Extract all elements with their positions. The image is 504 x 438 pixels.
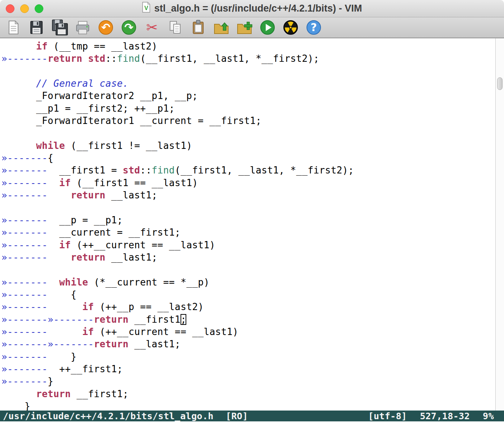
open-file-icon xyxy=(4,18,22,36)
cursor-position: 527,18-32 xyxy=(420,411,470,421)
code-segment: »------- xyxy=(1,289,48,300)
code-segment: return xyxy=(94,339,129,349)
code-segment: } xyxy=(1,401,30,411)
code-line: »------- while (*__current == *__p) xyxy=(1,276,495,288)
run-macro-button[interactable] xyxy=(258,18,277,36)
scrollbar-thumb[interactable] xyxy=(497,77,503,90)
cut-button[interactable]: ✂ xyxy=(143,18,161,36)
code-segment: (*__current == *__p) xyxy=(88,277,209,288)
code-segment: } xyxy=(48,376,53,387)
code-line xyxy=(1,65,495,77)
encoding-indicator: [utf-8] xyxy=(368,411,407,421)
svg-text:↷: ↷ xyxy=(124,21,133,34)
code-segment: if xyxy=(82,301,94,312)
code-segment: »------- xyxy=(1,376,48,387)
code-segment: »------- xyxy=(1,301,48,312)
code-segment: return xyxy=(71,252,105,263)
command-line[interactable] xyxy=(0,421,504,438)
code-segment: while xyxy=(59,277,88,288)
redo-button[interactable]: ↷ xyxy=(120,18,138,36)
traffic-lights xyxy=(6,4,43,13)
save-session-button[interactable] xyxy=(235,18,253,36)
code-segment: _ForwardIterator1 __current = __first1; xyxy=(1,115,261,126)
zoom-window-button[interactable] xyxy=(35,4,43,13)
code-segment xyxy=(1,41,36,52)
code-segment xyxy=(1,140,36,151)
code-segment: return xyxy=(94,314,129,325)
file-path: /usr/include/c++/4.2.1/bits/stl_algo.h xyxy=(3,411,213,421)
minimize-window-button[interactable] xyxy=(20,4,29,13)
close-window-button[interactable] xyxy=(6,4,14,13)
code-line: »------- } xyxy=(1,351,495,363)
code-segment: »------- xyxy=(1,227,48,238)
code-line: if (__tmp == __last2) xyxy=(1,40,495,52)
save-all-icon xyxy=(51,18,69,36)
code-line: »-------return std::find(__first1, __las… xyxy=(1,52,495,65)
code-line: } xyxy=(1,400,495,411)
load-session-button[interactable] xyxy=(212,18,230,36)
code-segment: »------- xyxy=(1,364,48,374)
redo-icon: ↷ xyxy=(120,18,138,36)
make-button[interactable] xyxy=(282,18,300,36)
code-segment: __first1 = xyxy=(48,165,123,176)
code-segment xyxy=(1,78,36,89)
svg-text:↶: ↶ xyxy=(101,21,110,34)
status-right: [utf-8] 527,18-32 9% xyxy=(368,411,494,421)
code-segment xyxy=(48,277,59,288)
code-segment: »------- xyxy=(1,314,48,325)
code-segment: __p = __p1; xyxy=(48,215,123,226)
code-segment: __first1; xyxy=(71,388,129,399)
code-segment: :: xyxy=(105,53,117,64)
code-line: _ForwardIterator1 __current = __first1; xyxy=(1,115,495,127)
code-segment: return xyxy=(36,388,71,399)
code-segment: »------- xyxy=(48,314,94,325)
code-area[interactable]: if (__tmp == __last2)»-------return std:… xyxy=(0,38,495,411)
save-file-button[interactable] xyxy=(27,18,45,36)
code-segment: if xyxy=(59,177,71,188)
save-all-button[interactable] xyxy=(51,18,69,36)
code-line xyxy=(1,263,495,276)
code-line: »------- if (++__current == __last1) xyxy=(1,239,495,251)
code-segment: ++__first1; xyxy=(48,364,123,374)
run-macro-icon xyxy=(258,18,277,36)
code-line: »-------} xyxy=(1,375,495,387)
code-line: »------- ++__first1; xyxy=(1,363,495,375)
code-segment: :: xyxy=(140,165,152,176)
code-segment: // General case. xyxy=(36,78,129,89)
code-line: »------- return __last1; xyxy=(1,251,495,263)
code-segment: »------- xyxy=(1,53,48,64)
code-line: »------- return __last1; xyxy=(1,189,495,201)
paste-button[interactable] xyxy=(189,18,207,36)
open-file-button[interactable] xyxy=(4,18,22,36)
code-segment: (__first1 == __last1) xyxy=(71,177,198,188)
code-line: »------- if (++__current == __last1) xyxy=(1,326,495,338)
scroll-percent: 9% xyxy=(483,411,494,421)
help-button[interactable]: ? xyxy=(305,18,323,36)
code-segment: (__tmp == __last2) xyxy=(48,41,157,52)
code-segment: { xyxy=(48,153,53,163)
help-icon: ? xyxy=(305,18,323,36)
code-line: // General case. xyxy=(1,77,495,90)
print-icon xyxy=(74,18,92,36)
code-line: »------- __current = __first1; xyxy=(1,226,495,239)
scrollbar[interactable] xyxy=(495,38,504,411)
svg-text:?: ? xyxy=(310,21,317,34)
code-segment: _ForwardIterator2 __p1, __p; xyxy=(1,90,198,101)
code-segment xyxy=(48,240,59,250)
code-segment: (__first1, __last1, *__first2); xyxy=(140,53,319,64)
code-segment: __p1 = __first2; ++__p1; xyxy=(1,103,175,114)
text-cursor: ; xyxy=(181,314,186,325)
editor-row: if (__tmp == __last2)»-------return std:… xyxy=(0,38,504,411)
title-bar: V stl_algo.h = (/usr/include/c++/4.2.1/b… xyxy=(0,0,504,17)
print-button[interactable] xyxy=(74,18,92,36)
code-segment: (++__current == __last1) xyxy=(71,240,215,250)
copy-button[interactable] xyxy=(166,18,184,36)
code-segment: std xyxy=(123,165,140,176)
undo-button[interactable]: ↶ xyxy=(97,18,115,36)
code-segment xyxy=(82,53,88,64)
code-segment xyxy=(48,177,59,188)
code-line: »------- if (++__p == __last2) xyxy=(1,301,495,313)
paste-icon xyxy=(189,18,207,36)
toolbar: ↶ ↷ ✂ xyxy=(0,17,504,38)
code-segment: »------- xyxy=(48,339,94,349)
